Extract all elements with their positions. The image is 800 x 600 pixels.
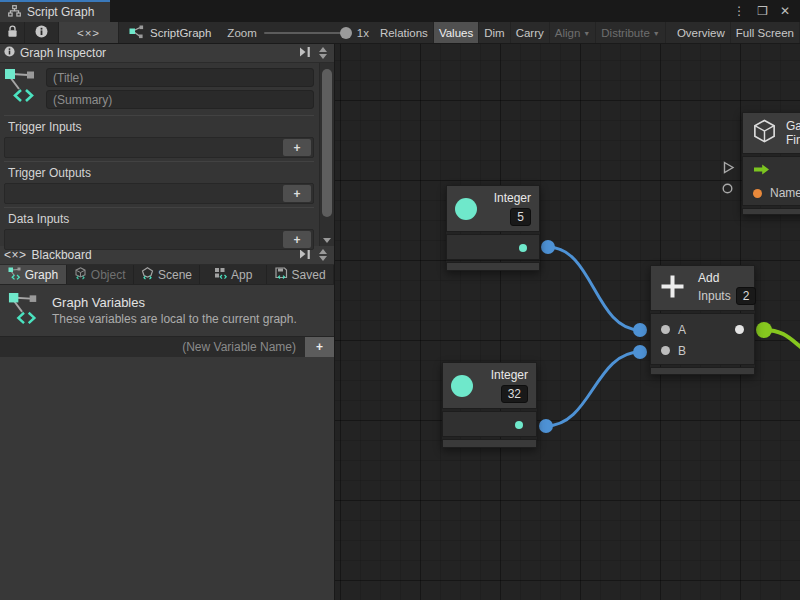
summary-field[interactable]: (Summary) [46,90,314,109]
close-icon[interactable]: ✕ [780,4,790,18]
new-variable-input[interactable]: (New Variable Name) [0,340,304,354]
output-port[interactable] [515,421,523,429]
graph-canvas[interactable]: Integer 5 Integer 32 [335,44,800,600]
scroll-down-icon[interactable] [319,54,327,59]
full-screen-button[interactable]: Full Screen [731,22,800,43]
dock-icon[interactable] [299,248,311,262]
script-graph-window: Script Graph ⋮ ❒ ✕ <×> ScriptGraph [0,0,800,600]
add-trigger-output-button[interactable]: + [283,185,311,202]
wire-endpoint[interactable] [539,419,553,433]
dock-icon[interactable] [299,46,311,60]
blackboard-empty-area [0,357,334,600]
connection-wire[interactable] [764,330,800,352]
node-header: Add Inputs 2 [650,265,755,311]
align-dropdown[interactable]: Align ▼ [550,22,597,43]
node-add[interactable]: Add Inputs 2 A B [650,265,755,375]
tab-title: Script Graph [27,5,94,19]
trigger-inputs-list: + [4,137,314,158]
inputs-label: Inputs [698,289,731,303]
add-trigger-input-button[interactable]: + [283,139,311,156]
connection-wire[interactable] [546,352,640,426]
angle-brackets-icon: <×> [4,248,27,262]
zoom-slider-thumb[interactable] [340,27,352,39]
info-icon [4,46,15,60]
carry-button[interactable]: Carry [511,22,550,43]
values-button[interactable]: Values [434,22,479,43]
node-footer [442,439,537,448]
tab-script-graph[interactable]: Script Graph [0,0,110,22]
graph-name: ScriptGraph [150,27,211,39]
output-port[interactable] [735,325,744,334]
node-title: Find [786,133,800,147]
trigger-inputs-label: Trigger Inputs [4,115,314,137]
app-variables-tab-icon [214,267,227,283]
wire-endpoint[interactable] [756,322,772,338]
tab-scene-variables[interactable]: Scene [134,265,201,284]
add-variable-button[interactable]: + [304,337,334,358]
inputs-count-field[interactable]: 2 [736,287,757,305]
inspector-scrollbar-thumb[interactable] [322,69,332,217]
node-integer-32[interactable]: Integer 32 [442,362,537,448]
tab-graph-variables[interactable]: Graph [0,265,67,284]
integer-value-field[interactable]: 32 [501,385,528,403]
scene-variables-tab-icon [141,267,154,283]
integer-value-field[interactable]: 5 [510,208,531,226]
scroll-up-icon[interactable] [319,47,327,52]
window-menu-icon[interactable]: ⋮ [733,4,745,18]
dim-button[interactable]: Dim [479,22,510,43]
data-input-marker-icon[interactable] [722,183,733,196]
side-panel: Graph Inspector (Title) (Summary) Trigge… [0,44,335,600]
plus-icon [659,273,686,303]
add-data-input-button[interactable]: + [283,231,311,248]
lock-button[interactable] [0,22,25,43]
graph-toolbar: <×> ScriptGraph Zoom 1x Relations Values… [0,22,800,44]
connection-wire[interactable] [548,247,640,330]
graph-inspector-title: Graph Inspector [20,46,294,60]
wire-endpoint[interactable] [633,323,647,337]
new-variable-row: (New Variable Name) + [0,336,334,357]
info-icon [35,25,48,40]
output-port[interactable] [519,244,527,252]
inspector-scroll-arrows[interactable] [316,47,330,59]
tab-app-variables[interactable]: App [200,265,267,284]
name-input-port[interactable] [753,189,762,198]
inspector-scrollbar[interactable] [319,63,334,246]
wire-endpoint[interactable] [633,345,647,359]
maximize-icon[interactable]: ❒ [757,4,768,18]
window-controls: ⋮ ❒ ✕ [733,0,800,22]
trigger-input-marker-icon[interactable] [723,161,735,176]
tab-bar: Script Graph ⋮ ❒ ✕ [0,0,800,22]
integer-type-icon [451,375,473,397]
tab-object-variables[interactable]: Object [67,265,134,284]
node-footer [742,208,800,215]
blackboard-scroll-arrows[interactable] [316,249,330,261]
port-label: B [678,344,686,358]
input-port-b[interactable] [661,346,670,355]
node-body [446,234,540,260]
scroll-up-icon[interactable] [319,249,327,254]
node-body: A B [650,313,755,365]
node-integer-5[interactable]: Integer 5 [446,185,540,271]
inspect-button[interactable] [25,22,59,43]
zoom-value: 1x [357,27,369,39]
scroll-down-icon[interactable] [319,256,327,261]
input-port-row-b: B [651,340,754,361]
relations-button[interactable]: Relations [375,22,434,43]
graph-variables-icon [4,68,38,107]
input-port-a[interactable] [661,325,670,334]
node-title: Integer [485,191,531,205]
scroll-down-icon[interactable] [323,238,331,243]
node-gameobject-find[interactable]: GameObject Find Name [742,112,800,215]
wire-endpoint[interactable] [541,240,555,254]
graph-variables-title: Graph Variables [52,295,297,310]
trigger-outputs-label: Trigger Outputs [4,161,314,183]
graph-variables-icon [8,292,40,329]
graph-breadcrumb[interactable]: ScriptGraph [119,22,221,43]
toolbar-right-group: Overview Full Screen [672,22,800,43]
code-view-button[interactable]: <×> [59,22,119,43]
title-field[interactable]: (Title) [46,68,314,87]
zoom-slider[interactable] [264,32,350,34]
overview-button[interactable]: Overview [672,22,731,43]
distribute-dropdown[interactable]: Distribute ▼ [596,22,666,43]
tab-saved-variables[interactable]: Saved [267,265,334,284]
